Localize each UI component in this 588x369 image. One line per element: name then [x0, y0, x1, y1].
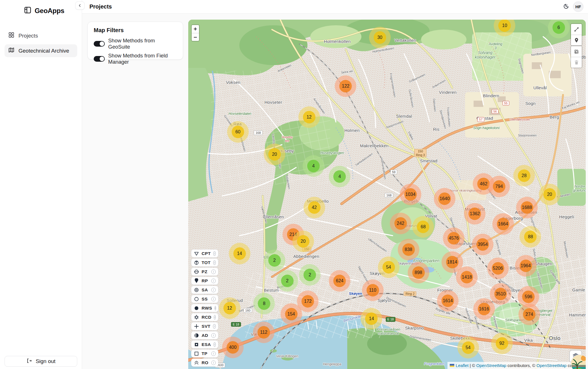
legend-item-ss[interactable]: SSi [191, 295, 218, 303]
cluster-marker-4576[interactable]: 4576 [443, 227, 464, 249]
legend-item-ro[interactable]: ROi [191, 358, 218, 367]
cluster-marker-122[interactable]: 122 [335, 75, 356, 97]
info-icon[interactable]: i [211, 279, 216, 283]
cluster-marker-624[interactable]: 624 [329, 270, 350, 292]
leaflet-link[interactable]: Leaflet [456, 363, 468, 368]
legend-item-rws[interactable]: RWSi [191, 304, 218, 312]
filter-row-geosuite: Show Methods from GeoSuite [94, 38, 177, 50]
map[interactable]: VoksenHolmenkollenVettakollenHovseterHol… [188, 20, 586, 369]
cluster-marker-112[interactable]: 112 [253, 322, 275, 343]
info-icon[interactable]: i [211, 288, 216, 292]
cluster-marker-154[interactable]: 154 [281, 303, 302, 325]
theme-toggle-button[interactable] [561, 1, 572, 12]
sign-out-button[interactable]: Sign out [5, 356, 77, 367]
info-icon[interactable]: i [211, 270, 216, 274]
cluster-marker-242[interactable]: 242 [390, 213, 411, 234]
cluster-marker-1664[interactable]: 1664 [492, 213, 514, 235]
brand: GeoApps [5, 5, 77, 17]
draw-marker-button[interactable] [571, 35, 582, 45]
cluster-marker-3510[interactable]: 3510 [490, 283, 511, 305]
cluster-marker-838[interactable]: 838 [398, 239, 419, 260]
esa-method-icon [194, 342, 199, 347]
cluster-marker-1362[interactable]: 1362 [464, 203, 486, 225]
cluster-marker-54[interactable]: 54 [378, 256, 399, 278]
edit-layers-button[interactable] [571, 46, 582, 57]
info-icon[interactable]: i [215, 306, 216, 310]
cluster-marker-14[interactable]: 14 [229, 243, 250, 264]
osm-link[interactable]: OpenStreetMap [537, 363, 567, 368]
cluster-marker-42[interactable]: 42 [304, 197, 325, 218]
tp-method-icon [194, 351, 199, 356]
cluster-marker-794[interactable]: 794 [488, 176, 510, 197]
info-icon[interactable]: i [211, 297, 216, 301]
cluster-marker-8[interactable]: 8 [253, 293, 275, 314]
collapse-sidebar-button[interactable] [75, 1, 85, 10]
sidebar-item-geotechnical-archive[interactable]: Geotechnical Archive [5, 44, 77, 57]
cluster-marker-2[interactable]: 2 [277, 270, 298, 292]
cluster-marker-20[interactable]: 20 [292, 231, 314, 252]
sidebar-item-label: Geotechnical Archive [18, 48, 69, 54]
user-avatar[interactable]: HF [573, 1, 583, 12]
legend-item-tp[interactable]: TPi [191, 349, 218, 358]
cluster-marker-54[interactable]: 54 [457, 337, 479, 358]
zoom-in-button[interactable]: + [192, 25, 199, 33]
cluster-marker-92[interactable]: 92 [491, 333, 513, 354]
cluster-marker-68[interactable]: 68 [412, 216, 434, 238]
legend-item-pz[interactable]: PZi [191, 268, 218, 276]
cluster-marker-30[interactable]: 30 [369, 27, 391, 48]
zoom-out-button[interactable]: − [192, 33, 199, 41]
info-icon[interactable]: i [213, 260, 216, 265]
legend-item-cpt[interactable]: CPTi [191, 249, 218, 258]
cluster-marker-1688[interactable]: 1688 [516, 197, 538, 218]
legend-code: RO [202, 360, 209, 365]
cluster-marker-274[interactable]: 274 [518, 304, 540, 325]
legend-item-esa[interactable]: ESAi [191, 340, 218, 349]
grid-icon [8, 32, 14, 40]
legend-code: RCD [202, 315, 211, 320]
cluster-marker-2[interactable]: 2 [264, 250, 285, 271]
info-icon[interactable]: i [214, 315, 216, 320]
cluster-marker-3954[interactable]: 3954 [472, 234, 493, 255]
cluster-marker-400[interactable]: 400 [222, 337, 244, 358]
cluster-marker-5206[interactable]: 5206 [487, 258, 509, 279]
info-icon[interactable]: i [213, 251, 216, 256]
legend-item-rp[interactable]: RPi [191, 277, 218, 285]
cluster-marker-1964[interactable]: 1964 [515, 255, 537, 277]
legend-item-rcd[interactable]: RCDi [191, 313, 218, 321]
cluster-marker-1640[interactable]: 1640 [434, 188, 455, 210]
info-icon[interactable]: i [211, 351, 216, 356]
cluster-marker-60[interactable]: 60 [227, 121, 249, 143]
cluster-marker-898[interactable]: 898 [408, 262, 429, 283]
field-manager-toggle[interactable] [94, 56, 105, 62]
cluster-marker-1418[interactable]: 1418 [456, 266, 478, 288]
info-icon[interactable]: i [214, 342, 216, 347]
cluster-marker-110[interactable]: 110 [362, 279, 384, 301]
sidebar-item-projects[interactable]: Projects [5, 29, 77, 42]
legend-item-ad[interactable]: ADi [191, 331, 218, 339]
geosuite-toggle[interactable] [94, 41, 105, 47]
draw-polyline-button[interactable] [571, 24, 582, 35]
filter-row-field-manager: Show Methods from Field Manager [94, 53, 177, 65]
cluster-marker-4[interactable]: 4 [303, 155, 324, 177]
cluster-marker-20[interactable]: 20 [264, 144, 285, 165]
cluster-marker-12[interactable]: 12 [298, 106, 320, 128]
cluster-marker-1034[interactable]: 1034 [400, 184, 421, 205]
info-icon[interactable]: i [211, 360, 216, 365]
sa-method-icon [194, 287, 199, 293]
cluster-marker-1614[interactable]: 1614 [437, 290, 459, 312]
cluster-marker-2[interactable]: 2 [299, 264, 321, 286]
cluster-marker-12[interactable]: 12 [219, 297, 240, 319]
cluster-marker-20[interactable]: 20 [539, 184, 560, 205]
os m-link[interactable]: OpenStreetMap [476, 363, 507, 368]
cluster-marker-1616[interactable]: 1616 [473, 298, 495, 320]
legend-item-sa[interactable]: SAi [191, 286, 218, 294]
info-icon[interactable]: i [213, 324, 216, 329]
legend-item-svt[interactable]: SVTi [191, 322, 218, 330]
cluster-marker-14[interactable]: 14 [361, 308, 382, 329]
cluster-marker-4[interactable]: 4 [329, 166, 350, 187]
cluster-marker-28[interactable]: 28 [513, 165, 535, 186]
cluster-marker-88[interactable]: 88 [520, 226, 541, 248]
info-icon[interactable]: i [211, 333, 216, 338]
map-filters-card: Map Filters Show Methods from GeoSuite S… [87, 22, 183, 60]
legend-item-tot[interactable]: TOTi [191, 258, 218, 267]
